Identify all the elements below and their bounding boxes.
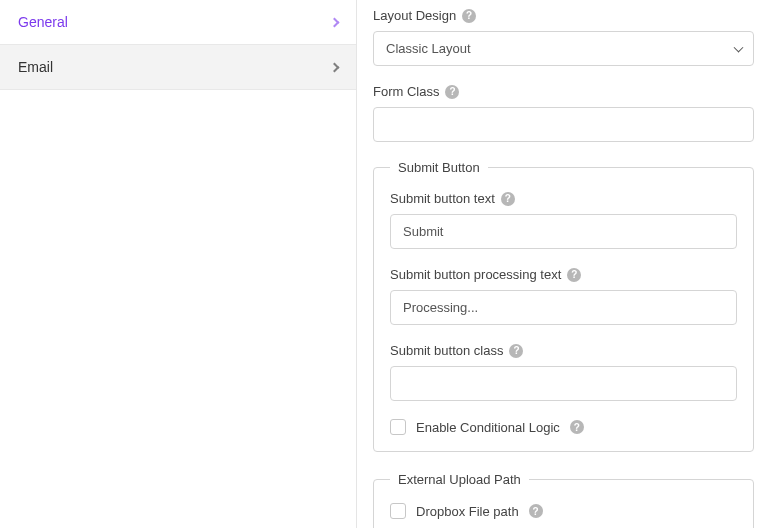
external-upload-fieldset: External Upload Path Dropbox File path ?… [373, 472, 754, 528]
fieldset-legend: External Upload Path [390, 472, 529, 487]
field-label-text: Submit button processing text [390, 267, 561, 282]
help-icon[interactable]: ? [501, 192, 515, 206]
fieldset-legend: Submit Button [390, 160, 488, 175]
dropbox-checkbox[interactable] [390, 503, 406, 519]
chevron-right-icon [330, 62, 340, 72]
help-icon[interactable]: ? [509, 344, 523, 358]
sidebar-item-general[interactable]: General [0, 0, 356, 45]
main-panel: Layout Design ? Classic Layout Form Clas… [357, 0, 770, 528]
submit-button-fieldset: Submit Button Submit button text ? Submi… [373, 160, 754, 452]
submit-class-input[interactable] [390, 366, 737, 401]
chevron-right-icon [330, 17, 340, 27]
field-label-text: Layout Design [373, 8, 456, 23]
conditional-logic-checkbox[interactable] [390, 419, 406, 435]
sidebar-item-label: General [18, 14, 68, 30]
field-layout-design: Layout Design ? Classic Layout [373, 8, 754, 66]
sidebar: General Email [0, 0, 357, 528]
help-icon[interactable]: ? [567, 268, 581, 282]
checkbox-label: Enable Conditional Logic [416, 420, 560, 435]
submit-processing-input[interactable] [390, 290, 737, 325]
sidebar-item-label: Email [18, 59, 53, 75]
submit-text-input[interactable] [390, 214, 737, 249]
sidebar-item-email[interactable]: Email [0, 45, 356, 90]
checkbox-label: Dropbox File path [416, 504, 519, 519]
help-icon[interactable]: ? [529, 504, 543, 518]
layout-design-select[interactable]: Classic Layout [373, 31, 754, 66]
help-icon[interactable]: ? [445, 85, 459, 99]
help-icon[interactable]: ? [462, 9, 476, 23]
field-form-class: Form Class ? [373, 84, 754, 142]
form-class-input[interactable] [373, 107, 754, 142]
field-label-text: Submit button text [390, 191, 495, 206]
field-label-text: Submit button class [390, 343, 503, 358]
field-label-text: Form Class [373, 84, 439, 99]
help-icon[interactable]: ? [570, 420, 584, 434]
